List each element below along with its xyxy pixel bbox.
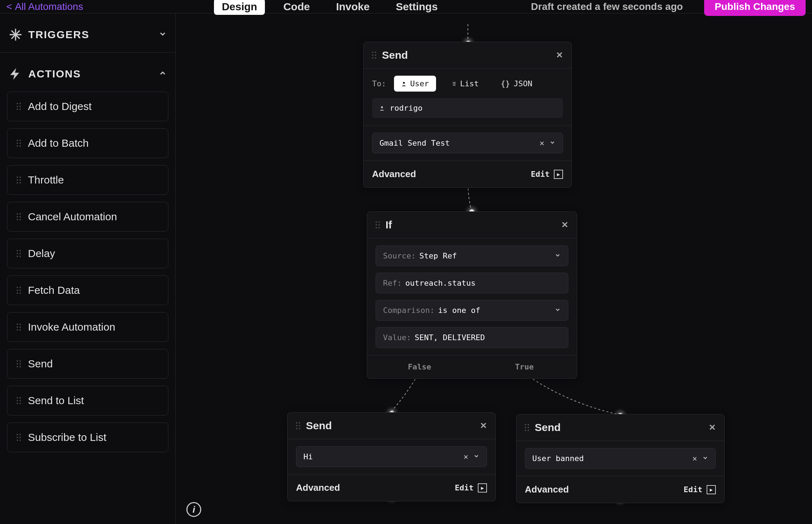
node-header[interactable]: If ✕ — [367, 212, 577, 238]
chevron-down-icon[interactable] — [158, 30, 167, 40]
template-select[interactable]: User banned ✕ — [525, 448, 716, 469]
action-label: Delay — [28, 248, 55, 260]
node-title: Send — [382, 49, 408, 61]
chevron-down-icon[interactable] — [702, 454, 708, 463]
clear-icon[interactable]: ✕ — [692, 454, 697, 463]
to-option-user[interactable]: User — [394, 76, 436, 92]
edit-label: Edit — [455, 483, 474, 492]
chip-label: JSON — [514, 79, 532, 88]
template-select[interactable]: Hi ✕ — [296, 446, 487, 467]
action-add-to-batch[interactable]: Add to Batch — [7, 128, 168, 158]
edit-button[interactable]: Edit ▸ — [684, 485, 716, 494]
back-link[interactable]: < All Automations — [6, 1, 83, 12]
action-label: Add to Batch — [28, 137, 89, 149]
list-icon — [451, 81, 457, 87]
top-bar: < All Automations Design Code Invoke Set… — [0, 0, 812, 13]
to-value: rodrigo — [390, 104, 423, 112]
action-subscribe-to-list[interactable]: Subscribe to List — [7, 423, 168, 452]
node-send-1[interactable]: Send ✕ To: User List {} JSON — [363, 42, 572, 188]
tab-code[interactable]: Code — [276, 0, 318, 15]
to-option-list[interactable]: List — [444, 76, 486, 92]
grip-icon — [17, 213, 21, 220]
field-label: Ref: — [383, 279, 402, 287]
grip-icon — [17, 360, 21, 367]
action-send-to-list[interactable]: Send to List — [7, 386, 168, 415]
node-if[interactable]: If ✕ Source: Step Ref Ref: outreach.stat… — [367, 211, 577, 379]
chip-label: List — [460, 79, 479, 88]
to-value-input[interactable]: rodrigo — [372, 98, 563, 118]
action-send[interactable]: Send — [7, 349, 168, 379]
tab-settings[interactable]: Settings — [388, 0, 445, 15]
json-icon: {} — [501, 79, 510, 88]
comparison-select[interactable]: Comparison: is one of — [376, 300, 568, 321]
user-icon — [401, 81, 407, 87]
template-value: Gmail Send Test — [379, 139, 450, 147]
action-fetch-data[interactable]: Fetch Data — [7, 275, 168, 305]
tab-invoke[interactable]: Invoke — [328, 0, 377, 15]
chevron-down-icon[interactable] — [473, 452, 480, 461]
field-value: is one of — [438, 306, 480, 315]
triggers-header[interactable]: TRIGGERS — [0, 13, 175, 53]
chevron-down-icon[interactable] — [555, 306, 561, 315]
grip-icon[interactable] — [525, 424, 529, 431]
field-value: SENT, DELIVERED — [414, 333, 485, 342]
grip-icon[interactable] — [376, 221, 380, 228]
grip-icon — [17, 103, 21, 110]
to-option-json[interactable]: {} JSON — [494, 76, 539, 92]
expand-icon: ▸ — [478, 483, 487, 493]
grip-icon — [17, 140, 21, 147]
action-delay[interactable]: Delay — [7, 239, 168, 268]
action-label: Invoke Automation — [28, 321, 115, 333]
edit-button[interactable]: Edit ▸ — [455, 483, 487, 493]
action-invoke-automation[interactable]: Invoke Automation — [7, 312, 168, 342]
action-label: Add to Digest — [28, 100, 92, 112]
to-label: To: — [372, 79, 386, 88]
action-list: Add to Digest Add to Batch Throttle Canc… — [0, 92, 175, 452]
clear-icon[interactable]: ✕ — [540, 139, 544, 147]
source-select[interactable]: Source: Step Ref — [376, 245, 568, 266]
grip-icon — [17, 250, 21, 257]
grip-icon[interactable] — [296, 422, 300, 429]
tab-design[interactable]: Design — [214, 0, 265, 15]
grip-icon[interactable] — [372, 52, 376, 59]
close-icon[interactable]: ✕ — [556, 50, 563, 60]
draft-status: Draft created a few seconds ago — [531, 1, 683, 12]
chevron-left-icon: < — [6, 1, 15, 12]
action-cancel-automation[interactable]: Cancel Automation — [7, 202, 168, 232]
field-label: Comparison: — [383, 306, 435, 315]
chevron-down-icon[interactable] — [555, 251, 561, 260]
node-header[interactable]: Send ✕ — [288, 413, 495, 439]
action-add-to-digest[interactable]: Add to Digest — [7, 92, 168, 121]
expand-icon: ▸ — [707, 485, 716, 494]
grip-icon — [17, 324, 21, 331]
node-send-false[interactable]: Send ✕ Hi ✕ Advanced Edit ▸ — [287, 412, 496, 501]
close-icon[interactable]: ✕ — [709, 423, 716, 432]
action-throttle[interactable]: Throttle — [7, 165, 168, 195]
value-input[interactable]: Value: SENT, DELIVERED — [376, 327, 568, 348]
clear-icon[interactable]: ✕ — [464, 452, 468, 461]
node-send-true[interactable]: Send ✕ User banned ✕ Advanced Edit ▸ — [516, 414, 725, 503]
edit-button[interactable]: Edit ▸ — [531, 170, 563, 179]
field-value: Step Ref — [419, 251, 457, 260]
advanced-label: Advanced — [525, 484, 569, 495]
field-label: Value: — [383, 333, 411, 342]
close-icon[interactable]: ✕ — [561, 220, 568, 230]
actions-header[interactable]: ACTIONS — [0, 53, 175, 92]
field-label: Source: — [383, 251, 416, 260]
bolt-icon — [8, 67, 23, 81]
template-select[interactable]: Gmail Send Test ✕ — [372, 133, 563, 153]
sidebar: TRIGGERS ACTIONS Add to Digest Add to Ba… — [0, 13, 176, 524]
info-button[interactable]: i — [186, 502, 201, 517]
node-header[interactable]: Send ✕ — [516, 414, 724, 441]
svg-point-1 — [381, 106, 383, 108]
action-label: Fetch Data — [28, 284, 80, 296]
node-title: Send — [535, 421, 561, 433]
branch-true: True — [472, 355, 577, 378]
flow-canvas[interactable]: Send ✕ To: User List {} JSON — [176, 13, 812, 524]
template-value: User banned — [532, 454, 584, 463]
chevron-up-icon[interactable] — [158, 69, 167, 79]
close-icon[interactable]: ✕ — [480, 421, 487, 431]
chevron-down-icon[interactable] — [549, 139, 556, 147]
ref-input[interactable]: Ref: outreach.status — [376, 273, 568, 293]
node-header[interactable]: Send ✕ — [364, 42, 572, 69]
